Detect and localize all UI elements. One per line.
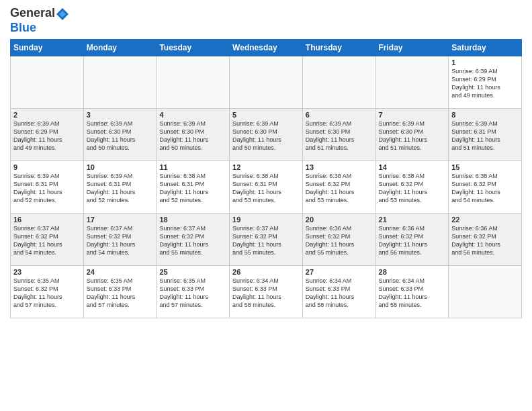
calendar-cell: 9Sunrise: 6:39 AM Sunset: 6:31 PM Daylig…: [11, 161, 84, 213]
day-number: 6: [306, 111, 373, 119]
day-info: Sunrise: 6:37 AM Sunset: 6:32 PM Dayligh…: [232, 224, 300, 257]
day-number: 22: [451, 216, 519, 224]
day-info: Sunrise: 6:35 AM Sunset: 6:33 PM Dayligh…: [159, 277, 226, 310]
day-info: Sunrise: 6:35 AM Sunset: 6:33 PM Dayligh…: [87, 277, 154, 310]
logo-blue: Blue: [10, 21, 70, 35]
day-info: Sunrise: 6:39 AM Sunset: 6:31 PM Dayligh…: [451, 120, 519, 152]
day-number: 12: [232, 163, 300, 171]
calendar-cell: [449, 265, 522, 318]
calendar-cell: 3Sunrise: 6:39 AM Sunset: 6:30 PM Daylig…: [83, 108, 157, 161]
day-info: Sunrise: 6:37 AM Sunset: 6:32 PM Dayligh…: [87, 224, 154, 257]
calendar-cell: 6Sunrise: 6:39 AM Sunset: 6:30 PM Daylig…: [302, 108, 375, 161]
day-info: Sunrise: 6:39 AM Sunset: 6:30 PM Dayligh…: [232, 120, 300, 152]
calendar-cell: 26Sunrise: 6:34 AM Sunset: 6:33 PM Dayli…: [230, 265, 303, 318]
calendar-cell: 10Sunrise: 6:39 AM Sunset: 6:31 PM Dayli…: [83, 161, 157, 213]
day-info: Sunrise: 6:39 AM Sunset: 6:29 PM Dayligh…: [451, 67, 519, 100]
day-info: Sunrise: 6:39 AM Sunset: 6:31 PM Dayligh…: [87, 172, 154, 205]
calendar-cell: 5Sunrise: 6:39 AM Sunset: 6:30 PM Daylig…: [230, 108, 303, 161]
day-number: 16: [13, 216, 81, 224]
logo-text: General Blue: [10, 7, 70, 35]
day-number: 8: [451, 111, 519, 119]
day-info: Sunrise: 6:39 AM Sunset: 6:30 PM Dayligh…: [306, 120, 373, 152]
day-number: 5: [232, 111, 300, 119]
day-number: 15: [451, 163, 519, 171]
calendar-cell: 28Sunrise: 6:34 AM Sunset: 6:33 PM Dayli…: [375, 265, 449, 318]
day-info: Sunrise: 6:38 AM Sunset: 6:32 PM Dayligh…: [379, 172, 446, 205]
day-number: 20: [306, 216, 373, 224]
calendar-cell: [230, 56, 303, 108]
day-number: 4: [159, 111, 226, 119]
calendar-week-row: 23Sunrise: 6:35 AM Sunset: 6:32 PM Dayli…: [11, 265, 522, 318]
day-number: 17: [87, 216, 154, 224]
day-info: Sunrise: 6:38 AM Sunset: 6:32 PM Dayligh…: [306, 172, 373, 205]
calendar-cell: 23Sunrise: 6:35 AM Sunset: 6:32 PM Dayli…: [11, 265, 84, 318]
calendar-week-row: 9Sunrise: 6:39 AM Sunset: 6:31 PM Daylig…: [11, 161, 522, 213]
day-number: 21: [379, 216, 446, 224]
day-number: 26: [232, 268, 300, 276]
page-container: General Blue SundayMondayTuesdayWednesda…: [0, 0, 532, 411]
calendar-cell: 1Sunrise: 6:39 AM Sunset: 6:29 PM Daylig…: [449, 56, 522, 108]
calendar-cell: 11Sunrise: 6:38 AM Sunset: 6:31 PM Dayli…: [157, 161, 230, 213]
calendar-cell: 19Sunrise: 6:37 AM Sunset: 6:32 PM Dayli…: [230, 213, 303, 265]
calendar-cell: 25Sunrise: 6:35 AM Sunset: 6:33 PM Dayli…: [157, 265, 230, 318]
calendar-cell: [11, 56, 84, 108]
day-info: Sunrise: 6:37 AM Sunset: 6:32 PM Dayligh…: [159, 224, 226, 257]
calendar-cell: 17Sunrise: 6:37 AM Sunset: 6:32 PM Dayli…: [83, 213, 157, 265]
weekday-header: Monday: [83, 39, 157, 56]
calendar-cell: 2Sunrise: 6:39 AM Sunset: 6:29 PM Daylig…: [11, 108, 84, 161]
calendar-cell: 27Sunrise: 6:34 AM Sunset: 6:33 PM Dayli…: [302, 265, 375, 318]
calendar-cell: [375, 56, 449, 108]
day-number: 10: [87, 163, 154, 171]
calendar-cell: 13Sunrise: 6:38 AM Sunset: 6:32 PM Dayli…: [302, 161, 375, 213]
weekday-header: Sunday: [11, 39, 84, 56]
day-number: 24: [87, 268, 154, 276]
day-info: Sunrise: 6:38 AM Sunset: 6:31 PM Dayligh…: [232, 172, 300, 205]
calendar-cell: 20Sunrise: 6:36 AM Sunset: 6:32 PM Dayli…: [302, 213, 375, 265]
weekday-header-row: SundayMondayTuesdayWednesdayThursdayFrid…: [11, 39, 522, 56]
day-info: Sunrise: 6:39 AM Sunset: 6:30 PM Dayligh…: [379, 120, 446, 152]
calendar-week-row: 1Sunrise: 6:39 AM Sunset: 6:29 PM Daylig…: [11, 56, 522, 108]
day-number: 19: [232, 216, 300, 224]
day-info: Sunrise: 6:36 AM Sunset: 6:32 PM Dayligh…: [306, 224, 373, 257]
calendar-cell: 24Sunrise: 6:35 AM Sunset: 6:33 PM Dayli…: [83, 265, 157, 318]
calendar-week-row: 2Sunrise: 6:39 AM Sunset: 6:29 PM Daylig…: [11, 108, 522, 161]
day-info: Sunrise: 6:34 AM Sunset: 6:33 PM Dayligh…: [379, 277, 446, 310]
logo-general: General: [10, 7, 70, 21]
calendar-cell: 18Sunrise: 6:37 AM Sunset: 6:32 PM Dayli…: [157, 213, 230, 265]
calendar-cell: 22Sunrise: 6:36 AM Sunset: 6:32 PM Dayli…: [449, 213, 522, 265]
calendar-cell: 14Sunrise: 6:38 AM Sunset: 6:32 PM Dayli…: [375, 161, 449, 213]
weekday-header: Tuesday: [157, 39, 230, 56]
day-info: Sunrise: 6:39 AM Sunset: 6:30 PM Dayligh…: [87, 120, 154, 152]
calendar-cell: 15Sunrise: 6:38 AM Sunset: 6:32 PM Dayli…: [449, 161, 522, 213]
day-info: Sunrise: 6:36 AM Sunset: 6:32 PM Dayligh…: [451, 224, 519, 257]
weekday-header: Wednesday: [230, 39, 303, 56]
day-info: Sunrise: 6:39 AM Sunset: 6:29 PM Dayligh…: [13, 120, 81, 152]
day-info: Sunrise: 6:38 AM Sunset: 6:32 PM Dayligh…: [451, 172, 519, 205]
day-info: Sunrise: 6:36 AM Sunset: 6:32 PM Dayligh…: [379, 224, 446, 257]
weekday-header: Thursday: [302, 39, 375, 56]
day-number: 25: [159, 268, 226, 276]
day-info: Sunrise: 6:39 AM Sunset: 6:31 PM Dayligh…: [13, 172, 81, 205]
day-info: Sunrise: 6:34 AM Sunset: 6:33 PM Dayligh…: [306, 277, 373, 310]
calendar-cell: 8Sunrise: 6:39 AM Sunset: 6:31 PM Daylig…: [449, 108, 522, 161]
day-number: 23: [13, 268, 81, 276]
calendar-cell: [157, 56, 230, 108]
calendar-cell: 16Sunrise: 6:37 AM Sunset: 6:32 PM Dayli…: [11, 213, 84, 265]
weekday-header: Saturday: [449, 39, 522, 56]
day-number: 27: [306, 268, 373, 276]
day-number: 14: [379, 163, 446, 171]
weekday-header: Friday: [375, 39, 449, 56]
day-number: 9: [13, 163, 81, 171]
day-number: 18: [159, 216, 226, 224]
calendar-cell: 12Sunrise: 6:38 AM Sunset: 6:31 PM Dayli…: [230, 161, 303, 213]
calendar-cell: [302, 56, 375, 108]
calendar-week-row: 16Sunrise: 6:37 AM Sunset: 6:32 PM Dayli…: [11, 213, 522, 265]
day-number: 2: [13, 111, 81, 119]
calendar-cell: 7Sunrise: 6:39 AM Sunset: 6:30 PM Daylig…: [375, 108, 449, 161]
day-info: Sunrise: 6:35 AM Sunset: 6:32 PM Dayligh…: [13, 277, 81, 310]
day-info: Sunrise: 6:34 AM Sunset: 6:33 PM Dayligh…: [232, 277, 300, 310]
calendar-cell: 4Sunrise: 6:39 AM Sunset: 6:30 PM Daylig…: [157, 108, 230, 161]
day-number: 7: [379, 111, 446, 119]
calendar-cell: [83, 56, 157, 108]
page-header: General Blue: [10, 7, 522, 35]
